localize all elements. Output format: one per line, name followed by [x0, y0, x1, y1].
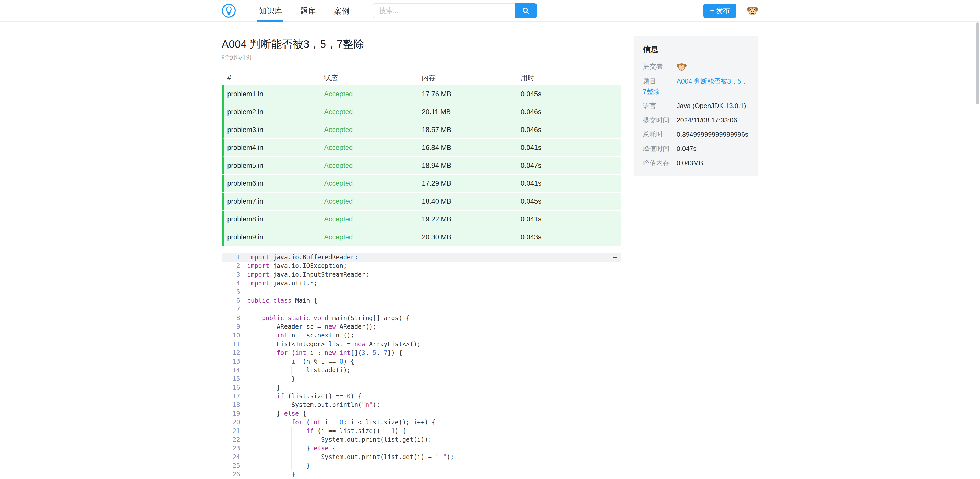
line-number: 8 [222, 314, 247, 322]
search-input[interactable] [373, 3, 515, 18]
case-name: problem5.in [224, 162, 324, 170]
results-body: problem1.inAccepted17.76 MB0.045sproblem… [222, 85, 620, 246]
code-text: for (int i : new int[]{3, 5, 7}) { [247, 349, 620, 357]
case-time: 0.043s [521, 233, 620, 241]
line-number: 2 [222, 262, 247, 270]
info-row-problem: 题目A004 判断能否被3，5，7整除 [643, 76, 751, 97]
case-name: problem3.in [224, 126, 324, 134]
case-name: problem8.in [224, 215, 324, 223]
line-number: 10 [222, 331, 247, 340]
test-case-row: problem8.inAccepted19.22 MB0.041s [222, 211, 620, 228]
code-text: int n = sc.nextInt(); [247, 331, 620, 340]
test-case-row: problem9.inAccepted20.30 MB0.043s [222, 228, 620, 246]
code-text: } [247, 470, 620, 479]
line-number: 11 [222, 340, 247, 349]
code-text [247, 305, 620, 314]
case-status: Accepted [324, 233, 422, 241]
line-number: 20 [222, 418, 247, 427]
code-line: 21 if (i == list.size() - 1) { [222, 427, 620, 435]
code-text: System.out.print(list.get(i) + " "); [247, 453, 620, 462]
code-text: if (list.size() == 0) { [247, 392, 620, 401]
info-label: 题目 [643, 76, 676, 86]
info-value: 2024/11/08 17:33:06 [676, 116, 737, 124]
line-number: 19 [222, 409, 247, 418]
column-header: 内存 [422, 73, 521, 82]
page-title: A004 判断能否被3，5，7整除 [222, 38, 620, 51]
code-text: } else { [247, 444, 620, 453]
case-memory: 17.76 MB [422, 90, 521, 98]
nav-items: 知识库题库案例 [259, 0, 368, 21]
lightbulb-logo-icon [222, 3, 236, 18]
code-line: 7 [222, 305, 620, 314]
search-icon [522, 7, 530, 14]
code-line: 2import java.io.IOException; [222, 262, 620, 270]
code-line: 3import java.io.InputStreamReader; [222, 270, 620, 279]
code-line: 24 System.out.print(list.get(i) + " "); [222, 453, 620, 462]
case-name: problem9.in [224, 233, 324, 241]
column-header: # [222, 74, 324, 82]
navbar: 知识库题库案例 + 发布 [0, 0, 980, 22]
code-text: AReader sc = new AReader(); [247, 322, 620, 331]
code-line: 22 System.out.print(list.get(i)); [222, 435, 620, 444]
search-button[interactable] [515, 3, 537, 18]
case-status: Accepted [324, 197, 422, 205]
nav-item-cases[interactable]: 案例 [334, 0, 349, 22]
info-row-language: 语言Java (OpenJDK 13.0.1) [643, 101, 751, 111]
code-text: import java.io.BufferedReader; [247, 253, 612, 262]
page-scrollbar-thumb[interactable] [976, 22, 979, 104]
case-time: 0.045s [521, 197, 620, 205]
code-text: System.out.println("n"); [247, 401, 620, 409]
nav-item-knowledge-base[interactable]: 知识库 [259, 0, 282, 22]
info-label: 语言 [643, 101, 676, 111]
user-avatar[interactable] [747, 5, 758, 17]
case-time: 0.046s [521, 108, 620, 116]
line-number: 3 [222, 270, 247, 279]
info-value: 0.047s [676, 145, 697, 152]
case-name: problem7.in [224, 197, 324, 205]
case-status: Accepted [324, 215, 422, 223]
code-viewer: 1import java.io.BufferedReader;−2import … [222, 253, 620, 479]
line-number: 22 [222, 435, 247, 444]
code-text: list.add(i); [247, 366, 620, 374]
column-header: 用时 [521, 73, 620, 82]
submitter-avatar[interactable] [676, 62, 687, 72]
line-number: 21 [222, 427, 247, 435]
info-label: 峰值内存 [643, 158, 676, 168]
code-lines: 1import java.io.BufferedReader;−2import … [222, 253, 620, 479]
test-case-row: problem3.inAccepted18.57 MB0.046s [222, 121, 620, 139]
results-table-header: #状态内存用时 [222, 70, 620, 85]
nav-item-problem-bank[interactable]: 题库 [300, 0, 316, 22]
info-label: 提交者 [643, 61, 676, 71]
case-memory: 17.29 MB [422, 179, 521, 187]
sidebar: 信息 提交者题目A004 判断能否被3，5，7整除语言Java (OpenJDK… [634, 22, 758, 176]
case-memory: 18.94 MB [422, 162, 521, 170]
navbar-inner: 知识库题库案例 + 发布 [222, 0, 758, 21]
line-number: 18 [222, 401, 247, 409]
publish-button[interactable]: + 发布 [703, 3, 737, 18]
case-status: Accepted [324, 108, 422, 116]
code-text: List<Integer> list = new ArrayList<>(); [247, 340, 620, 349]
code-line: 1import java.io.BufferedReader;− [222, 253, 620, 262]
case-status: Accepted [324, 90, 422, 98]
code-text: } [247, 383, 620, 392]
code-text: public class Main { [247, 297, 620, 305]
code-line: 12 for (int i : new int[]{3, 5, 7}) { [222, 349, 620, 357]
code-line: 5 [222, 288, 620, 297]
case-status: Accepted [324, 179, 422, 187]
code-fold-icon[interactable]: − [612, 253, 620, 262]
info-row-submitter: 提交者 [643, 61, 751, 72]
info-value: Java (OpenJDK 13.0.1) [676, 102, 746, 109]
case-name: problem4.in [224, 144, 324, 152]
info-row-peak-memory: 峰值内存0.043MB [643, 158, 751, 168]
column-header: 状态 [324, 73, 422, 82]
code-text: for (int i = 0; i < list.size(); i++) { [247, 418, 620, 427]
logo[interactable] [222, 3, 236, 18]
case-name: problem6.in [224, 179, 324, 187]
code-line: 10 int n = sc.nextInt(); [222, 331, 620, 340]
info-panel-title: 信息 [643, 44, 751, 55]
line-number: 25 [222, 462, 247, 470]
code-line: 9 AReader sc = new AReader(); [222, 322, 620, 331]
main-column: A004 判断能否被3，5，7整除 9个测试样例 #状态内存用时 problem… [222, 22, 620, 479]
code-text [247, 288, 620, 297]
line-number: 24 [222, 453, 247, 462]
